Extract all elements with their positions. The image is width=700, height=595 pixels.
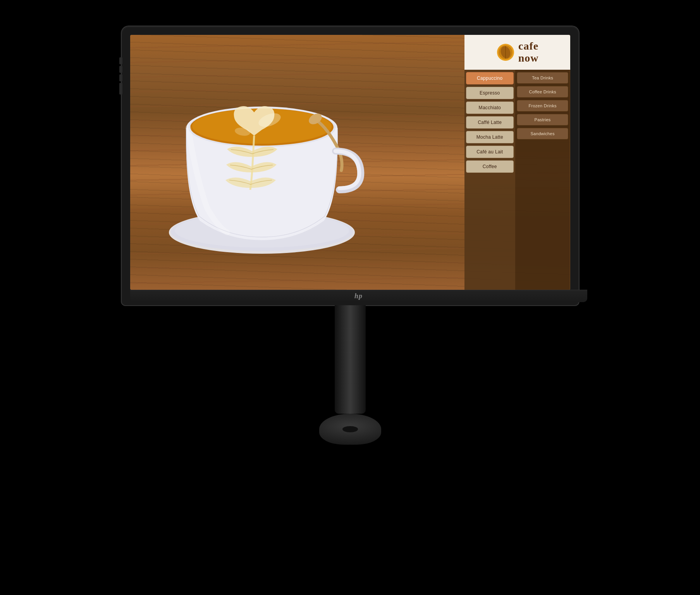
coffee-image-area bbox=[130, 35, 464, 290]
menu-button[interactable] bbox=[119, 83, 122, 95]
nav-area: CappuccinoEspressoMacchiatoCaffé LatteMo… bbox=[464, 70, 570, 290]
coffee-cup-illustration bbox=[150, 43, 374, 283]
monitor-bottom-bezel: hp bbox=[130, 290, 587, 302]
left-menu-item-mocha-latte[interactable]: Mocha Latte bbox=[466, 131, 514, 143]
right-menu-item-tea-drinks[interactable]: Tea Drinks bbox=[517, 72, 569, 84]
left-nav: CappuccinoEspressoMacchiatoCaffé LatteMo… bbox=[464, 70, 515, 290]
left-menu-item-caffe-latte[interactable]: Caffé Latte bbox=[466, 116, 514, 129]
right-panel: cafe now CappuccinoEspressoMacchiatoCaff… bbox=[464, 35, 570, 290]
power-button[interactable] bbox=[119, 57, 122, 64]
volume-down-button[interactable] bbox=[119, 74, 122, 81]
right-menu-item-pastries[interactable]: Pastries bbox=[517, 114, 569, 126]
volume-up-button[interactable] bbox=[119, 66, 122, 73]
left-menu-item-macchiato[interactable]: Macchiato bbox=[466, 101, 514, 114]
right-menu-item-coffee-drinks[interactable]: Coffee Drinks bbox=[517, 86, 569, 98]
side-buttons bbox=[119, 57, 122, 95]
left-menu-item-cafe-au-lait[interactable]: Café au Lait bbox=[466, 146, 514, 158]
left-menu-item-coffee[interactable]: Coffee bbox=[466, 160, 514, 173]
left-menu-item-espresso[interactable]: Espresso bbox=[466, 87, 514, 99]
hp-logo: hp bbox=[354, 292, 363, 300]
logo-line1: cafe bbox=[518, 40, 538, 52]
right-menu-item-sandwiches[interactable]: Sandwiches bbox=[517, 128, 569, 139]
right-nav: Tea DrinksCoffee DrinksFrozen DrinksPast… bbox=[515, 70, 570, 290]
logo-icon bbox=[496, 43, 515, 62]
logo-area: cafe now bbox=[464, 35, 570, 70]
screen: cafe now CappuccinoEspressoMacchiatoCaff… bbox=[130, 35, 570, 290]
monitor-body: cafe now CappuccinoEspressoMacchiatoCaff… bbox=[122, 26, 579, 305]
monitor-assembly: cafe now CappuccinoEspressoMacchiatoCaff… bbox=[118, 26, 583, 569]
stand-base bbox=[319, 414, 381, 445]
stand-neck bbox=[335, 305, 366, 414]
right-menu-item-frozen-drinks[interactable]: Frozen Drinks bbox=[517, 100, 569, 112]
logo-text: cafe now bbox=[518, 40, 539, 64]
stand-base-detail bbox=[342, 426, 358, 432]
left-menu-item-cappuccino[interactable]: Cappuccino bbox=[466, 72, 514, 84]
logo-line2: now bbox=[518, 52, 539, 64]
